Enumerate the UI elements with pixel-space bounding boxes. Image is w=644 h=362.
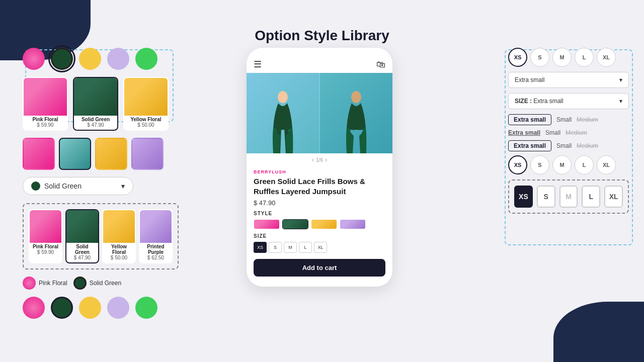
size-section-label: SIZE	[254, 233, 385, 239]
product-card-solid-green[interactable]: Solid Green $ 47.90	[73, 77, 118, 131]
thumb-yellow[interactable]	[95, 138, 127, 170]
big-size-xl[interactable]: XL	[604, 186, 623, 208]
dashed-card-label: Pink Floral	[30, 243, 61, 249]
size-circle-m[interactable]: M	[552, 48, 572, 67]
cart-icon[interactable]: 🛍	[376, 59, 385, 70]
dropdown-color-dot	[31, 182, 40, 191]
svg-point-1	[351, 91, 361, 103]
text-size-extra-small-3[interactable]: Extra small	[508, 140, 551, 151]
text-size-medium-3: Medium	[577, 142, 598, 149]
bottom-circle-pink[interactable]	[23, 297, 45, 319]
text-size-small-2[interactable]: Small	[545, 129, 560, 136]
size-label-bold: SIZE :	[515, 98, 533, 105]
text-size-group-1: Extra small Small Medium	[508, 114, 629, 125]
chip-dot-green	[73, 277, 87, 290]
text-size-group-3: Extra small Small Medium	[508, 140, 629, 151]
size-dropdown-1[interactable]: Extra small ▾	[508, 72, 629, 88]
size-xl[interactable]: XL	[314, 242, 327, 253]
size-group-circles-2: XS S M L XL	[508, 155, 629, 174]
size-dropdown-2[interactable]: SIZE : Extra small ▾	[508, 93, 629, 109]
style-section-label: STYLE	[254, 211, 385, 216]
text-size-extra-small-2[interactable]: Extra small	[508, 129, 540, 136]
product-card-price: $ 50.00	[124, 122, 168, 130]
text-size-medium-2: Medium	[566, 129, 587, 136]
phone-product-details: BERRYLUSH Green Solid Lace Frills Bows &…	[247, 165, 392, 281]
thumb-pink[interactable]	[23, 138, 55, 170]
next-image-button[interactable]: ›	[325, 156, 327, 163]
product-card-price: $ 59.90	[24, 122, 67, 130]
product-card-label: Solid Green	[74, 116, 117, 122]
dashed-card-yellow[interactable]: Yellow Floral $ 50.00	[102, 209, 136, 263]
text-size-small-3[interactable]: Small	[556, 142, 572, 149]
big-size-s[interactable]: S	[537, 186, 555, 208]
page-title: Option Style Library	[0, 28, 644, 44]
chip-label-green: Solid Green	[90, 280, 121, 287]
text-size-medium-1: Medium	[577, 116, 598, 123]
style-swatch-yellow[interactable]: Yellow Floral $ 50.00	[311, 219, 337, 229]
text-size-extra-small-1[interactable]: Extra small	[508, 114, 551, 125]
size-xs[interactable]: XS	[254, 242, 267, 253]
style-swatch-green[interactable]: Solid Green $ 47.90	[282, 219, 308, 229]
chip-label-pink: Pink Floral	[39, 280, 67, 287]
bottom-circle-yellow[interactable]	[79, 297, 101, 319]
brand-label: BERRYLUSH	[254, 169, 385, 174]
hamburger-menu-icon[interactable]: ☰	[254, 59, 262, 70]
big-size-group: XS S M L XL	[514, 186, 623, 208]
chevron-down-icon: ▾	[619, 76, 622, 83]
dress-figure-right	[343, 88, 370, 153]
dashed-card-pink[interactable]: Pink Floral $ 59.90	[29, 209, 62, 263]
style-dropdown[interactable]: Solid Green ▾	[23, 177, 133, 195]
color-chip-pink[interactable]: Pink Floral	[23, 277, 67, 290]
bottom-circle-green[interactable]	[135, 297, 157, 319]
svg-point-0	[278, 91, 288, 103]
color-chips-row: Pink Floral Solid Green	[23, 277, 179, 290]
dashed-card-price: $ 47.90	[66, 255, 98, 262]
color-option-dark-green[interactable]	[51, 48, 73, 70]
product-card-yellow-floral[interactable]: Yellow Floral $ 50.00	[123, 77, 169, 131]
style-swatch-purple[interactable]: Printed... $ 62.50	[340, 219, 366, 229]
size-circle-l[interactable]: L	[575, 48, 594, 67]
dashed-card-green[interactable]: Solid Green $ 47.90	[65, 209, 99, 263]
thumb-teal[interactable]	[59, 138, 91, 170]
thumb-lavender[interactable]	[131, 138, 164, 170]
chevron-down-icon: ▾	[619, 98, 622, 105]
dashed-card-purple[interactable]: Printed Purple $ 62.50	[139, 209, 173, 263]
dress-figure-left	[269, 88, 297, 153]
size-circle2-xs[interactable]: XS	[508, 155, 527, 174]
size-group-circles-1: XS S M L XL	[508, 48, 629, 67]
dashed-card-label: Solid Green	[66, 243, 98, 255]
color-option-pink[interactable]	[23, 48, 45, 70]
big-size-xs[interactable]: XS	[514, 186, 533, 208]
size-circle-xs[interactable]: XS	[508, 48, 527, 67]
size-circle2-l[interactable]: L	[575, 155, 594, 174]
prev-image-button[interactable]: ‹	[312, 156, 314, 163]
color-option-yellow[interactable]	[79, 48, 101, 70]
big-size-l[interactable]: L	[582, 186, 600, 208]
size-m[interactable]: M	[284, 242, 297, 253]
dashed-card-label: Yellow Floral	[103, 243, 135, 255]
size-circle2-xl[interactable]: XL	[597, 155, 616, 174]
add-to-cart-button[interactable]: Add to cart	[254, 259, 385, 277]
style-swatch-pink[interactable]: Pink Floral $ 59.90	[254, 219, 280, 229]
text-size-small-1[interactable]: Small	[556, 116, 572, 123]
size-l[interactable]: L	[299, 242, 312, 253]
size-s[interactable]: S	[269, 242, 282, 253]
bottom-circle-lavender[interactable]	[107, 297, 129, 319]
big-size-m[interactable]: M	[559, 186, 578, 208]
product-card-price: $ 47.90	[74, 122, 117, 130]
size-circle2-s[interactable]: S	[530, 155, 549, 174]
color-option-lavender[interactable]	[107, 48, 129, 70]
product-card-pink-floral[interactable]: Pink Floral $ 59.90	[23, 77, 68, 131]
size-circle2-m[interactable]: M	[552, 155, 572, 174]
color-option-green[interactable]	[135, 48, 157, 70]
thumbnail-row	[23, 138, 179, 170]
color-circles-row	[23, 48, 179, 70]
left-panel: Pink Floral $ 59.90 Solid Green $ 47.90 …	[23, 48, 179, 319]
product-image-area	[247, 73, 392, 153]
size-circle-xl[interactable]: XL	[597, 48, 616, 67]
product-card-label: Yellow Floral	[124, 116, 168, 122]
size-circle-s[interactable]: S	[530, 48, 549, 67]
color-chip-green[interactable]: Solid Green	[73, 277, 121, 290]
bottom-circle-dark-green[interactable]	[51, 297, 73, 319]
dashed-product-box: Pink Floral $ 59.90 Solid Green $ 47.90 …	[23, 203, 179, 269]
